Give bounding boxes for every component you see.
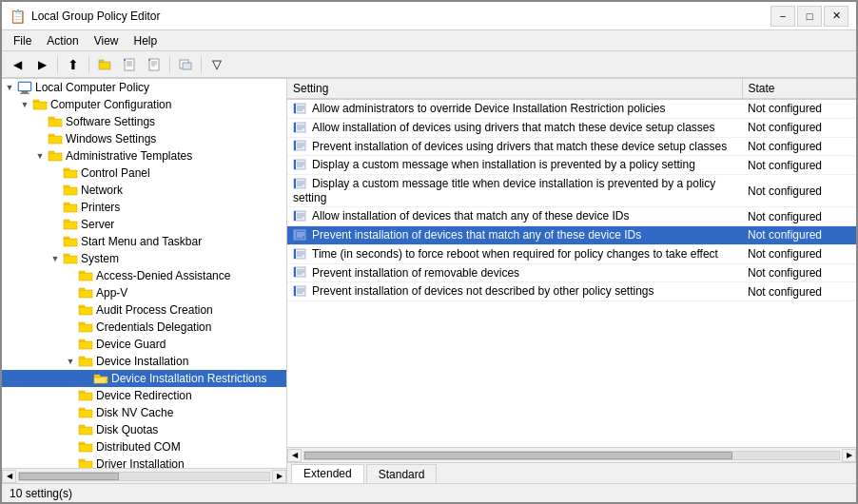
svg-rect-29 (64, 185, 69, 187)
tree-container[interactable]: ▼ Local Computer Policy▼ Computer Config… (2, 79, 286, 468)
folder-icon-disk-quotas (78, 423, 93, 436)
table-row[interactable]: Time (in seconds) to force reboot when r… (287, 244, 856, 263)
properties-icon (123, 58, 136, 71)
toolbar-back[interactable]: ◀ (6, 54, 29, 75)
window-icon (179, 58, 192, 71)
folder-icon-server (63, 218, 78, 231)
svg-rect-89 (294, 211, 296, 221)
folder-icon-computer-config (32, 98, 48, 111)
toolbar-extend[interactable] (143, 54, 166, 75)
toolbar-new-window[interactable] (174, 54, 197, 75)
tree-item-driver-installation[interactable]: Driver Installation (2, 456, 286, 468)
right-scroll-right-btn[interactable]: ▶ (842, 449, 856, 462)
table-row[interactable]: Display a custom message when installati… (287, 156, 856, 175)
status-bar: 10 setting(s) (2, 483, 856, 502)
toolbar-sep-3 (169, 56, 170, 73)
tree-toggle-root[interactable]: ▼ (2, 80, 17, 95)
setting-icon (293, 122, 308, 135)
right-h-scroll-thumb[interactable] (304, 452, 732, 459)
settings-container[interactable]: Setting State Allow administrators to ov… (287, 79, 856, 447)
tree-toggle-computer-config[interactable]: ▼ (17, 97, 32, 112)
svg-rect-99 (294, 249, 296, 259)
table-header-row: Setting State (287, 79, 856, 99)
tree-toggle-system[interactable]: ▼ (48, 251, 63, 266)
tree-item-cred-delegation[interactable]: Credentials Delegation (2, 319, 286, 336)
tree-item-software-settings[interactable]: Software Settings (2, 113, 286, 130)
tree-item-audit-process[interactable]: Audit Process Creation (2, 301, 286, 319)
folder-icon-windows-settings (48, 132, 63, 145)
tree-item-device-redirection[interactable]: Device Redirection (2, 387, 286, 404)
tree-item-server[interactable]: Server (2, 216, 286, 233)
tree-item-admin-templates[interactable]: ▼ Administrative Templates (2, 147, 286, 165)
tree-item-app-v[interactable]: App-V (2, 284, 286, 301)
tree-item-control-panel[interactable]: Control Panel (2, 165, 286, 182)
toolbar-sep-4 (201, 56, 202, 73)
tree-item-printers[interactable]: Printers (2, 199, 286, 216)
toolbar-show-hide[interactable] (93, 54, 116, 75)
svg-rect-38 (79, 273, 92, 281)
tab-extended[interactable]: Extended (291, 464, 364, 483)
tree-toggle-device-installation[interactable]: ▼ (63, 354, 78, 369)
scroll-left-btn[interactable]: ◀ (2, 470, 16, 483)
table-row[interactable]: Prevent installation of devices using dr… (287, 137, 856, 156)
tree-item-start-menu[interactable]: Start Menu and Taskbar (2, 233, 286, 250)
maximize-button[interactable]: □ (797, 6, 822, 27)
table-row[interactable]: Allow administrators to override Device … (287, 99, 856, 118)
menu-file[interactable]: File (6, 30, 39, 50)
settings-body: Allow administrators to override Device … (287, 99, 856, 301)
setting-icon (293, 210, 308, 223)
svg-rect-22 (49, 136, 62, 144)
table-row[interactable]: Prevent installation of removable device… (287, 263, 856, 282)
tree-toggle-admin-templates[interactable]: ▼ (32, 148, 48, 164)
svg-rect-84 (294, 179, 296, 188)
tab-standard[interactable]: Standard (366, 464, 438, 483)
tree-item-disk-nv-cache[interactable]: Disk NV Cache (2, 404, 286, 421)
svg-rect-53 (79, 393, 92, 400)
table-row[interactable]: Display a custom message title when devi… (287, 175, 856, 207)
svg-rect-34 (64, 239, 77, 246)
tree-item-computer-config[interactable]: ▼ Computer Configuration (2, 96, 286, 113)
tree-label-disk-quotas: Disk Quotas (96, 423, 158, 436)
title-bar-controls: − □ ✕ (770, 6, 848, 27)
setting-cell: Prevent installation of devices not desc… (287, 282, 742, 301)
folder-icon-control-panel (63, 166, 78, 180)
folder-icon-device-installation (78, 355, 93, 368)
tree-label-printers: Printers (81, 201, 120, 214)
toolbar-up[interactable]: ⬆ (62, 54, 85, 75)
status-text: 10 setting(s) (10, 487, 72, 500)
tree-item-device-installation[interactable]: ▼ Device Installation (2, 353, 286, 370)
table-row[interactable]: Allow installation of devices using driv… (287, 118, 856, 137)
toolbar-properties[interactable] (118, 54, 141, 75)
h-scroll-thumb[interactable] (19, 473, 119, 480)
svg-rect-21 (49, 117, 54, 119)
tree-item-distributed-com[interactable]: Distributed COM (2, 438, 286, 456)
tree-label-start-menu: Start Menu and Taskbar (81, 235, 202, 248)
tree-item-windows-settings[interactable]: Windows Settings (2, 130, 286, 147)
svg-rect-109 (294, 286, 296, 296)
toolbar-forward[interactable]: ▶ (30, 54, 53, 75)
svg-rect-104 (294, 267, 296, 277)
tree-item-network[interactable]: Network (2, 182, 286, 199)
tree-item-disk-quotas[interactable]: Disk Quotas (2, 421, 286, 438)
menu-view[interactable]: View (87, 30, 127, 50)
table-row[interactable]: Prevent installation of devices not desc… (287, 282, 856, 301)
tree-item-root[interactable]: ▼ Local Computer Policy (2, 79, 286, 96)
tree-item-device-guard[interactable]: Device Guard (2, 336, 286, 353)
right-scroll-left-btn[interactable]: ◀ (287, 449, 302, 462)
scroll-right-btn[interactable]: ▶ (272, 470, 286, 483)
folder-icon-cred-delegation (78, 320, 93, 334)
state-cell: Not configured (742, 244, 856, 263)
settings-panel: Setting State Allow administrators to ov… (287, 79, 856, 483)
tree-item-access-denied[interactable]: Access-Denied Assistance (2, 267, 286, 284)
tree-item-device-installation-restrictions[interactable]: Device Installation Restrictions (2, 370, 286, 387)
menu-help[interactable]: Help (127, 30, 166, 50)
table-row[interactable]: Allow installation of devices that match… (287, 207, 856, 226)
toolbar-filter[interactable]: ▽ (205, 54, 228, 75)
close-button[interactable]: ✕ (824, 6, 848, 27)
svg-rect-37 (64, 254, 69, 256)
tree-item-system[interactable]: ▼ System (2, 250, 286, 267)
menu-action[interactable]: Action (39, 30, 86, 50)
folder-icon-device-installation-restrictions (93, 372, 108, 385)
minimize-button[interactable]: − (770, 6, 795, 27)
table-row[interactable]: Prevent installation of devices that mat… (287, 225, 856, 244)
